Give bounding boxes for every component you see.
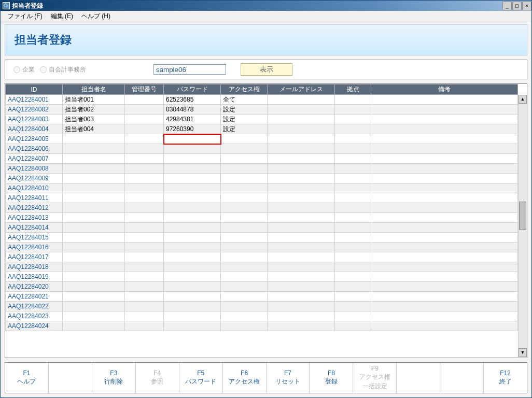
cell-mail[interactable]: [268, 252, 335, 262]
col-header-3[interactable]: パスワード: [164, 84, 221, 95]
cell-note[interactable]: [371, 203, 518, 213]
close-button[interactable]: ✕: [522, 2, 531, 10]
table-row[interactable]: AAQ12284002担当者00203044878設定: [6, 105, 518, 115]
cell-id[interactable]: AAQ12284023: [6, 311, 63, 321]
cell-note[interactable]: [371, 213, 518, 223]
cell-password[interactable]: [164, 223, 221, 233]
menu-help[interactable]: ヘルプ (H): [77, 10, 115, 22]
cell-access[interactable]: [221, 292, 268, 302]
cell-name[interactable]: [63, 311, 125, 321]
radio-self-office-input[interactable]: [40, 66, 47, 73]
cell-mgmt[interactable]: [125, 174, 164, 183]
table-row[interactable]: AAQ12284003担当者00342984381設定: [6, 115, 518, 124]
cell-mail[interactable]: [268, 134, 335, 144]
cell-note[interactable]: [371, 134, 518, 144]
fkey-f6[interactable]: F6アクセス権: [223, 363, 267, 393]
cell-note[interactable]: [371, 252, 518, 262]
table-row[interactable]: AAQ12284017: [6, 252, 518, 262]
cell-note[interactable]: [371, 302, 518, 311]
vertical-scrollbar[interactable]: ▲ ▼: [518, 95, 527, 357]
cell-password[interactable]: [164, 321, 221, 331]
cell-note[interactable]: [371, 292, 518, 302]
cell-access[interactable]: [221, 174, 268, 183]
cell-mail[interactable]: [268, 213, 335, 223]
cell-password[interactable]: 42984381: [164, 115, 221, 124]
radio-self-office[interactable]: 自会計事務所: [40, 65, 86, 74]
cell-name[interactable]: 担当者004: [63, 124, 125, 134]
cell-note[interactable]: [371, 282, 518, 292]
cell-name[interactable]: [63, 302, 125, 311]
cell-note[interactable]: [371, 262, 518, 272]
cell-password[interactable]: [164, 292, 221, 302]
col-header-7[interactable]: 備考: [371, 84, 518, 95]
cell-id[interactable]: AAQ12284016: [6, 243, 63, 252]
cell-access[interactable]: [221, 262, 268, 272]
cell-mail[interactable]: [268, 272, 335, 282]
cell-access[interactable]: [221, 193, 268, 203]
cell-access[interactable]: [221, 223, 268, 233]
cell-access[interactable]: [221, 302, 268, 311]
cell-id[interactable]: AAQ12284014: [6, 223, 63, 233]
cell-base[interactable]: [335, 213, 371, 223]
cell-note[interactable]: [371, 193, 518, 203]
cell-mail[interactable]: [268, 302, 335, 311]
cell-mgmt[interactable]: [125, 144, 164, 154]
sample-input[interactable]: [153, 64, 226, 75]
cell-base[interactable]: [335, 144, 371, 154]
cell-access[interactable]: [221, 183, 268, 193]
cell-base[interactable]: [335, 262, 371, 272]
cell-mgmt[interactable]: [125, 223, 164, 233]
cell-note[interactable]: [371, 321, 518, 331]
cell-access[interactable]: 設定: [221, 105, 268, 115]
table-row[interactable]: AAQ12284004担当者00497260390設定: [6, 124, 518, 134]
cell-base[interactable]: [335, 311, 371, 321]
cell-note[interactable]: [371, 95, 518, 105]
table-row[interactable]: AAQ12284014: [6, 223, 518, 233]
cell-base[interactable]: [335, 174, 371, 183]
scrollbar-track[interactable]: [519, 104, 527, 348]
cell-id[interactable]: AAQ12284024: [6, 321, 63, 331]
cell-access[interactable]: [221, 164, 268, 174]
cell-base[interactable]: [335, 124, 371, 134]
cell-mgmt[interactable]: [125, 292, 164, 302]
cell-password[interactable]: [164, 134, 221, 144]
cell-base[interactable]: [335, 282, 371, 292]
menu-file[interactable]: ファイル (F): [4, 10, 47, 22]
cell-id[interactable]: AAQ12284021: [6, 292, 63, 302]
cell-base[interactable]: [335, 252, 371, 262]
table-row[interactable]: AAQ12284015: [6, 233, 518, 243]
table-row[interactable]: AAQ12284005: [6, 134, 518, 144]
cell-password[interactable]: [164, 272, 221, 282]
cell-mgmt[interactable]: [125, 134, 164, 144]
cell-password[interactable]: [164, 174, 221, 183]
cell-mail[interactable]: [268, 183, 335, 193]
table-row[interactable]: AAQ12284013: [6, 213, 518, 223]
cell-name[interactable]: [63, 223, 125, 233]
cell-mail[interactable]: [268, 243, 335, 252]
minimize-button[interactable]: _: [502, 2, 512, 10]
cell-note[interactable]: [371, 105, 518, 115]
col-header-2[interactable]: 管理番号: [125, 84, 164, 95]
cell-name[interactable]: [63, 233, 125, 243]
cell-id[interactable]: AAQ12284013: [6, 213, 63, 223]
cell-base[interactable]: [335, 302, 371, 311]
cell-name[interactable]: 担当者003: [63, 115, 125, 124]
cell-name[interactable]: [63, 213, 125, 223]
cell-note[interactable]: [371, 124, 518, 134]
cell-name[interactable]: 担当者002: [63, 105, 125, 115]
cell-name[interactable]: [63, 183, 125, 193]
cell-base[interactable]: [335, 164, 371, 174]
cell-id[interactable]: AAQ12284008: [6, 164, 63, 174]
cell-id[interactable]: AAQ12284015: [6, 233, 63, 243]
table-row[interactable]: AAQ12284021: [6, 292, 518, 302]
cell-base[interactable]: [335, 154, 371, 164]
cell-base[interactable]: [335, 134, 371, 144]
cell-base[interactable]: [335, 292, 371, 302]
cell-password[interactable]: 97260390: [164, 124, 221, 134]
table-row[interactable]: AAQ12284011: [6, 193, 518, 203]
table-row[interactable]: AAQ12284010: [6, 183, 518, 193]
col-header-0[interactable]: ID: [6, 84, 63, 95]
cell-access[interactable]: [221, 252, 268, 262]
cell-note[interactable]: [371, 233, 518, 243]
cell-base[interactable]: [335, 193, 371, 203]
